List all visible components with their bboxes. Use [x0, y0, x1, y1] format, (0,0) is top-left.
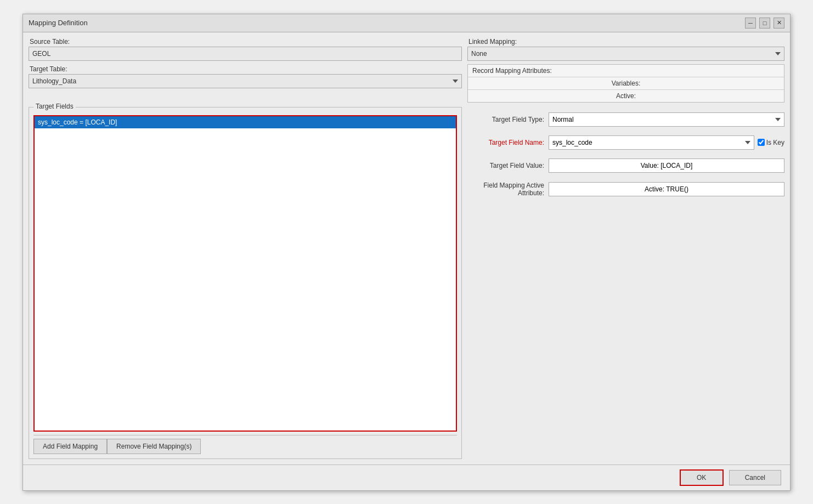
ok-button[interactable]: OK	[680, 469, 724, 486]
add-field-mapping-button[interactable]: Add Field Mapping	[33, 439, 107, 454]
right-top-panel: Linked Mapping: None Record Mapping Attr…	[467, 38, 784, 103]
left-top-panel: Source Table: Target Table: Lithology_Da…	[29, 38, 462, 103]
dialog-footer: OK Cancel	[23, 465, 790, 490]
field-mapping-active-input[interactable]	[549, 182, 784, 196]
linked-mapping-label: Linked Mapping:	[467, 38, 784, 46]
linked-mapping-select[interactable]: None	[467, 47, 784, 61]
title-bar: Mapping Definition ─ □ ✕	[23, 14, 790, 32]
target-field-value-input[interactable]	[549, 158, 784, 173]
cancel-button[interactable]: Cancel	[729, 470, 781, 485]
minimize-button[interactable]: ─	[745, 18, 756, 29]
field-mapping-buttons: Add Field Mapping Remove Field Mapping(s…	[33, 435, 457, 454]
title-controls: ─ □ ✕	[745, 18, 784, 29]
target-fields-section: Target Fields sys_loc_code = [LOCA_ID] A…	[29, 107, 784, 459]
maximize-button[interactable]: □	[759, 18, 770, 29]
target-table-select[interactable]: Lithology_Data	[29, 74, 462, 88]
target-fields-right: Target Field Type: Normal Calculated Con…	[467, 107, 784, 459]
close-button[interactable]: ✕	[774, 18, 784, 29]
remove-field-mapping-button[interactable]: Remove Field Mapping(s)	[107, 439, 201, 454]
target-table-group: Target Table: Lithology_Data	[29, 65, 462, 88]
source-table-group: Source Table:	[29, 38, 462, 61]
record-mapping-attributes-box: Record Mapping Attributes: Variables: Ac…	[467, 64, 784, 103]
target-field-value-label: Target Field Value:	[467, 162, 544, 169]
target-table-label: Target Table:	[29, 65, 462, 73]
mapping-definition-dialog: Mapping Definition ─ □ ✕ Source Table: T…	[22, 14, 791, 491]
record-attrs-title: Record Mapping Attributes:	[468, 65, 784, 77]
variables-row: Variables:	[468, 77, 784, 89]
target-fields-legend: Target Fields	[33, 103, 76, 110]
is-key-label[interactable]: Is Key	[758, 139, 784, 146]
target-field-value-row: Target Field Value:	[467, 158, 784, 173]
active-row: Active:	[468, 89, 784, 102]
top-section: Source Table: Target Table: Lithology_Da…	[29, 38, 784, 103]
source-table-input	[29, 47, 462, 61]
source-table-label: Source Table:	[29, 38, 462, 46]
target-field-type-control: Normal Calculated Constant	[549, 112, 784, 127]
target-field-value-control	[549, 158, 784, 173]
target-field-name-control: sys_loc_code Is Key	[549, 135, 784, 150]
is-key-checkbox[interactable]	[758, 139, 765, 146]
target-field-name-label: Target Field Name:	[467, 139, 544, 146]
target-field-name-select[interactable]: sys_loc_code	[549, 135, 754, 150]
field-mapping-active-control	[549, 182, 784, 196]
field-mapping-active-label: Field Mapping Active Attribute:	[467, 182, 544, 197]
target-field-type-row: Target Field Type: Normal Calculated Con…	[467, 112, 784, 127]
dialog-body: Source Table: Target Table: Lithology_Da…	[23, 32, 790, 465]
target-field-type-label: Target Field Type:	[467, 116, 544, 123]
target-field-type-select[interactable]: Normal Calculated Constant	[549, 112, 784, 127]
linked-mapping-group: Linked Mapping: None	[467, 38, 784, 61]
dialog-title: Mapping Definition	[29, 19, 88, 27]
field-mapping-active-row: Field Mapping Active Attribute:	[467, 182, 784, 197]
target-field-item[interactable]: sys_loc_code = [LOCA_ID]	[35, 116, 456, 128]
target-fields-left: Target Fields sys_loc_code = [LOCA_ID] A…	[29, 107, 462, 459]
target-fields-list[interactable]: sys_loc_code = [LOCA_ID]	[33, 115, 457, 432]
target-field-name-row: Target Field Name: sys_loc_code Is Key	[467, 135, 784, 150]
